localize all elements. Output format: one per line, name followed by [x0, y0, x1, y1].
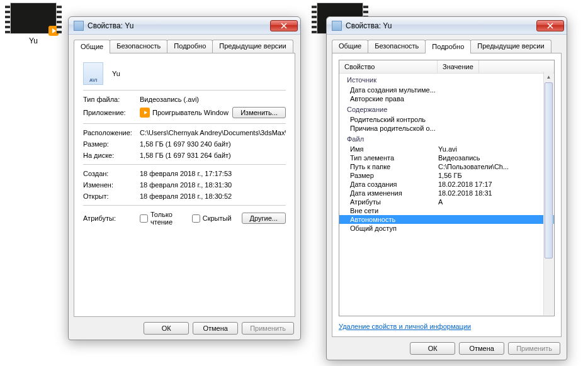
other-attrs-button[interactable]: Другие... [242, 213, 286, 224]
row-path[interactable]: Путь к папкеC:\Пользователи\Ch... [339, 162, 554, 171]
change-app-button[interactable]: Изменить... [232, 107, 286, 118]
tab-general[interactable]: Общие [332, 40, 368, 53]
tab-security[interactable]: Безопасность [368, 40, 426, 53]
location-value: C:\Users\Chernyak Andrey\Documents\3dsMa… [140, 129, 286, 136]
row-copyright[interactable]: Авторские права [339, 94, 554, 103]
header-property[interactable]: Свойство [339, 60, 438, 73]
scroll-thumb[interactable] [545, 82, 553, 258]
dialog-buttons: ОК Отмена Применить [327, 337, 567, 360]
size-label: Размер: [83, 140, 140, 148]
row-name[interactable]: ИмяYu.avi [339, 145, 554, 153]
modified-value: 18 февраля 2018 г., 18:31:30 [140, 181, 286, 189]
opened-value: 18 февраля 2018 г., 18:30:52 [140, 192, 286, 200]
close-icon [547, 23, 553, 29]
row-created[interactable]: Дата создания18.02.2018 17:17 [339, 180, 554, 189]
details-list[interactable]: Свойство Значение Источник Дата создания… [339, 60, 555, 316]
tab-general[interactable]: Общие [74, 40, 110, 53]
section-file: Файл [339, 133, 554, 145]
cancel-button[interactable]: Отмена [193, 322, 238, 335]
window-title: Свойства: Yu [88, 21, 270, 30]
tab-previous[interactable]: Предыдущие версии [470, 40, 551, 53]
app-label: Приложение: [83, 109, 140, 116]
location-label: Расположение: [83, 129, 140, 136]
remove-properties-link[interactable]: Удаление свойств и личной информации [339, 323, 471, 330]
row-autonomy[interactable]: Автономность [339, 215, 554, 224]
desktop-file-yu[interactable]: Yu [5, 3, 62, 45]
hidden-checkbox[interactable]: Скрытый [192, 214, 232, 223]
close-button[interactable] [270, 20, 298, 31]
tab-previous[interactable]: Предыдущие версии [212, 40, 293, 53]
window-title: Свойства: Yu [346, 21, 536, 30]
row-offline[interactable]: Вне сети [339, 206, 554, 215]
created-label: Создан: [83, 170, 140, 177]
row-parental-reason[interactable]: Причина родительской о... [339, 124, 554, 133]
row-share[interactable]: Общий доступ [339, 224, 554, 233]
apply-button[interactable]: Применить [508, 342, 560, 355]
created-value: 18 февраля 2018 г., 17:17:53 [140, 170, 286, 177]
row-media-created[interactable]: Дата создания мультиме... [339, 86, 554, 94]
ok-button[interactable]: ОК [144, 322, 189, 335]
close-icon [281, 23, 287, 29]
tab-security[interactable]: Безопасность [110, 40, 167, 53]
attrs-label: Атрибуты: [83, 214, 140, 222]
tab-details[interactable]: Подробно [425, 40, 471, 53]
tab-panel: AVI Тип файла: Видеозапись (.avi) Прилож… [74, 53, 295, 317]
filename-input[interactable] [111, 69, 286, 79]
tab-panel: Свойство Значение Источник Дата создания… [332, 53, 562, 337]
play-icon [48, 26, 59, 36]
window-icon [74, 21, 84, 31]
cancel-button[interactable]: Отмена [459, 342, 504, 355]
tab-details[interactable]: Подробно [167, 40, 213, 53]
scroll-up-icon[interactable]: ▲ [544, 72, 553, 82]
tabs: Общие Безопасность Подробно Предыдущие в… [74, 40, 295, 53]
titlebar[interactable]: Свойства: Yu [69, 17, 300, 35]
row-type[interactable]: Тип элементаВидеозапись [339, 153, 554, 162]
type-value: Видеозапись (.avi) [140, 96, 286, 103]
window-icon [332, 21, 342, 31]
close-button[interactable] [536, 20, 564, 31]
file-type-icon: AVI [83, 62, 103, 85]
disk-value: 1,58 ГБ (1 697 931 264 байт) [140, 152, 286, 159]
type-label: Тип файла: [83, 96, 140, 103]
section-source: Источник [339, 74, 554, 86]
file-label: Yu [5, 36, 62, 45]
row-modified[interactable]: Дата изменения18.02.2018 18:31 [339, 189, 554, 197]
apply-button[interactable]: Применить [242, 322, 294, 335]
app-value: Проигрыватель Windows Media [152, 109, 229, 116]
video-thumbnail [10, 3, 57, 34]
opened-label: Открыт: [83, 192, 140, 200]
tabs: Общие Безопасность Подробно Предыдущие в… [332, 40, 562, 53]
details-header: Свойство Значение [339, 60, 554, 74]
row-size[interactable]: Размер1,56 ГБ [339, 171, 554, 180]
size-value: 1,58 ГБ (1 697 930 240 байт) [140, 140, 286, 148]
dialog-buttons: ОК Отмена Применить [69, 317, 300, 340]
properties-window-general: Свойства: Yu Общие Безопасность Подробно… [68, 16, 301, 340]
header-value[interactable]: Значение [438, 60, 479, 73]
row-attrs[interactable]: АтрибутыA [339, 197, 554, 206]
titlebar[interactable]: Свойства: Yu [327, 17, 567, 35]
disk-label: На диске: [83, 152, 140, 159]
properties-window-details: Свойства: Yu Общие Безопасность Подробно… [326, 16, 567, 360]
section-content: Содержание [339, 103, 554, 115]
wmp-icon [140, 108, 150, 118]
row-parental[interactable]: Родительский контроль [339, 115, 554, 124]
ok-button[interactable]: ОК [410, 342, 455, 355]
modified-label: Изменен: [83, 181, 140, 189]
scrollbar[interactable]: ▲ [543, 72, 553, 315]
readonly-checkbox[interactable]: Только чтение [140, 211, 182, 226]
